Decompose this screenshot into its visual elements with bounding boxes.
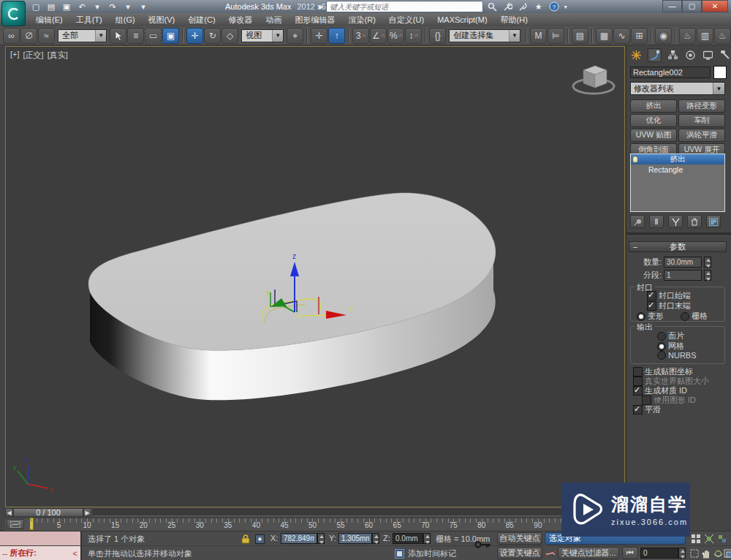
pan-hand-button[interactable] [700,548,712,559]
auto-key-button[interactable]: 自动关键点 [497,532,542,545]
mirror-icon[interactable]: M [530,28,547,44]
x-coordinate-field[interactable] [281,533,317,544]
render-production-icon[interactable]: ♨ [714,28,731,44]
show-end-result-icon[interactable]: ‖ [649,215,664,228]
align-icon[interactable]: ⊨ [548,28,564,44]
menu-maxscript[interactable]: MAXScript(M) [431,13,493,26]
stack-item-extrude[interactable]: 挤出 [631,154,724,164]
menu-modifiers[interactable]: 修改器 [222,13,260,26]
pin-stack-icon[interactable] [630,215,645,228]
rendered-frame-window-icon[interactable]: ▥ [697,28,713,44]
render-setup-icon[interactable]: ♨ [679,28,696,44]
material-editor-icon[interactable]: ◉ [655,28,672,44]
reference-coordinate-system-dropdown[interactable]: 视图 ▼ [241,29,284,42]
smooth-checkbox[interactable] [633,405,643,415]
chevron-down-icon[interactable]: ▼ [509,30,520,42]
viewport-pov-menu[interactable]: [正交] [23,50,44,61]
maximize-button[interactable]: ▢ [682,0,702,12]
close-button[interactable]: ✕ [702,0,728,12]
tab-modify[interactable] [648,48,662,62]
stack-item-rectangle[interactable]: Rectangle [631,164,724,175]
search-expand-icon[interactable]: ▶ [319,4,323,10]
select-and-link-icon[interactable]: ∞ [3,28,20,44]
menu-create[interactable]: 创建(C) [181,13,221,26]
z-spinner[interactable] [423,533,431,544]
amount-spinner[interactable] [704,257,711,268]
zoom-region-button[interactable] [689,548,700,559]
unlink-selection-icon[interactable]: ∅ [20,28,37,44]
mesh-radio[interactable] [657,342,666,351]
modifier-enabled-bulb-icon[interactable] [631,156,640,163]
graphite-modeling-icon[interactable]: ▦ [596,28,613,44]
current-frame-field[interactable] [640,548,678,559]
zoom-extents-all-button[interactable] [716,533,728,545]
parameters-rollout-header[interactable]: − 参数 [629,241,727,252]
window-crossing-toggle-icon[interactable]: ▣ [162,28,179,44]
modifier-button-uvwmap[interactable]: UVW 贴图 [630,129,677,142]
tab-display[interactable] [702,49,714,61]
tab-hierarchy[interactable] [667,49,679,61]
nurbs-radio[interactable] [657,351,666,360]
select-object-icon[interactable] [110,28,126,44]
curve-editor-icon[interactable]: ∿ [613,28,630,44]
redo-button[interactable]: ↷ [106,1,119,12]
layer-manager-icon[interactable]: ▤ [572,28,588,44]
favorites-star-icon[interactable]: ★ [532,1,545,12]
next-frame-icon[interactable]: ▶ [83,508,91,517]
chevron-down-icon[interactable]: ▼ [272,30,283,42]
maxscript-listener-line[interactable]: -- 所在行: < [0,546,82,560]
wrench-icon[interactable] [501,1,514,12]
amount-field[interactable] [664,257,702,268]
frame-spinner[interactable] [678,548,686,559]
percent-snap-toggle-icon[interactable]: %∩ [387,28,404,44]
angle-snap-toggle-icon[interactable]: ∠∩ [370,28,387,44]
zoom-button[interactable] [690,533,702,545]
bind-to-space-warp-icon[interactable]: ≈ [38,28,55,44]
tab-motion[interactable] [684,49,697,61]
select-and-rotate-icon[interactable]: ↻ [204,28,221,44]
viewcube[interactable] [573,66,614,94]
help-icon[interactable]: ? [548,1,560,12]
previous-frame-icon[interactable]: ◀ [5,508,13,517]
select-and-scale-icon[interactable]: ◇ [221,28,238,44]
save-file-button[interactable]: ▣ [60,1,73,12]
cap-end-row[interactable]: 封口末端 [647,300,691,311]
grid-radio[interactable] [681,312,689,321]
select-and-move-icon[interactable]: ✛ [186,28,203,44]
absolute-mode-transform-icon[interactable] [254,533,265,545]
viewport-canvas[interactable]: z y x z y x [5,46,625,507]
time-tag-icon[interactable] [393,548,405,559]
undo-dropdown-icon[interactable]: ▾ [91,1,104,12]
spinner-snap-toggle-icon[interactable]: ↕∩ [405,28,422,44]
menu-help[interactable]: 帮助(H) [494,13,534,26]
time-slider-groove[interactable] [93,509,624,516]
toolbar-overflow-icon[interactable]: ▾ [137,1,150,12]
search-icon[interactable] [486,1,499,12]
modifier-list-dropdown[interactable]: 修改器列表 ▼ [630,82,725,95]
add-time-tag[interactable]: 添加时间标记 [408,548,456,559]
zoom-extents-button[interactable] [703,533,715,545]
modifier-button-extrude[interactable]: 挤出 [630,99,677,113]
remove-modifier-icon[interactable] [687,215,702,228]
rollout-collapse-icon[interactable]: − [629,243,641,251]
selection-filter-dropdown[interactable]: 全部 ▼ [58,29,107,42]
modifier-button-pathdeform[interactable]: 路径变形 [678,99,725,113]
grid-radio-row[interactable]: 栅格 [681,311,708,322]
patch-radio[interactable] [657,332,666,341]
set-keys-key-icon[interactable] [474,535,493,554]
menu-rendering[interactable]: 渲染(R) [342,13,382,26]
use-pivot-point-center-icon[interactable]: ⌖ [287,28,303,44]
object-name-field[interactable] [630,67,711,78]
select-by-name-icon[interactable]: ≡ [127,28,144,44]
rectangular-selection-region-icon[interactable]: ▭ [145,28,162,44]
key-filters-button[interactable]: 关键点过滤器... [558,547,619,559]
menu-customize[interactable]: 自定义(U) [382,13,431,26]
open-mini-curve-editor-button[interactable] [7,519,24,529]
set-key-button[interactable]: 设置关键点 [497,547,542,559]
tab-utilities[interactable] [719,49,731,61]
cap-start-checkbox[interactable] [647,291,656,300]
chevron-down-icon[interactable]: ▼ [95,30,106,42]
cap-end-checkbox[interactable] [647,301,656,311]
viewport-general-menu[interactable]: [+] [10,50,20,61]
patch-radio-row[interactable]: 面片 [657,330,684,341]
